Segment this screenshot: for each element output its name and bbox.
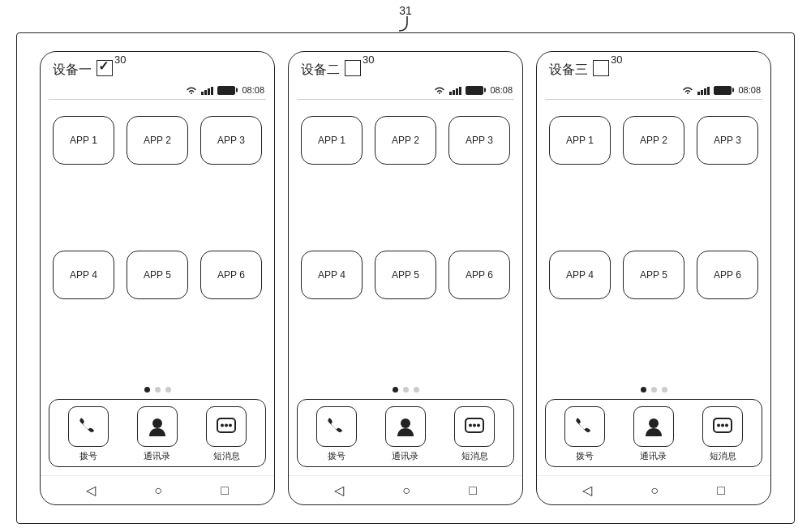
app-icon[interactable]: APP 2 <box>623 116 684 165</box>
device-1-battery <box>217 86 235 95</box>
device-2-time: 08:08 <box>490 85 513 95</box>
device-3-battery <box>714 86 732 95</box>
dock-item-contacts[interactable]: 通讯录 <box>633 406 674 462</box>
app-icon[interactable]: APP 1 <box>549 116 611 165</box>
app-icon[interactable]: APP 2 <box>127 116 188 165</box>
contacts-icon <box>394 415 417 438</box>
dot <box>662 387 667 393</box>
app-icon[interactable]: APP 3 <box>200 116 262 165</box>
phone-3-header: 设备三 30 <box>537 52 770 84</box>
app-icon[interactable]: APP 5 <box>375 251 436 299</box>
app-icon[interactable]: APP 5 <box>623 251 684 299</box>
app-icon[interactable]: APP 4 <box>301 251 363 299</box>
dock-label-message: 短消息 <box>710 450 736 462</box>
app-icon[interactable]: APP 1 <box>53 116 114 165</box>
device-1-dock: 拨号 通讯录 <box>49 399 266 467</box>
nav-back-icon[interactable]: ◁ <box>582 483 592 498</box>
nav-back-icon[interactable]: ◁ <box>86 483 96 498</box>
device-1-signal <box>201 85 213 95</box>
device-1-dots <box>41 380 274 399</box>
device-1-checkbox[interactable] <box>97 60 113 76</box>
message-icon <box>711 415 734 438</box>
device-3-app-grid: APP 1 APP 2 APP 3 APP 4 APP 5 APP 6 <box>537 100 770 380</box>
message-icon-box <box>702 406 743 447</box>
app-icon[interactable]: APP 4 <box>549 251 611 299</box>
nav-recent-icon[interactable]: □ <box>221 483 229 498</box>
device-3-checkbox[interactable] <box>593 60 609 76</box>
app-icon[interactable]: APP 4 <box>53 251 114 299</box>
device-3-status-bar: 08:08 <box>537 84 770 99</box>
phone-device-3: 设备三 30 08:08 <box>536 51 771 505</box>
app-icon[interactable]: APP 3 <box>697 116 758 165</box>
phone-icon <box>573 415 596 438</box>
dock-item-phone[interactable]: 拨号 <box>68 406 109 462</box>
nav-home-icon[interactable]: ○ <box>402 483 410 498</box>
nav-home-icon[interactable]: ○ <box>650 483 659 498</box>
device-1-wifi-icon <box>186 85 197 95</box>
dot <box>651 387 657 393</box>
phone-device-2: 设备二 30 08:08 <box>288 51 523 505</box>
dock-item-phone[interactable]: 拨号 <box>564 406 605 462</box>
svg-point-5 <box>401 418 410 428</box>
svg-point-9 <box>477 424 480 427</box>
ref-arrow <box>395 16 419 34</box>
device-2-checkbox[interactable] <box>345 60 361 76</box>
dot <box>403 387 409 393</box>
app-icon[interactable]: APP 3 <box>448 116 510 165</box>
app-icon[interactable]: APP 5 <box>127 251 188 299</box>
device-2-checkbox-wrapper: 30 <box>345 60 361 79</box>
device-2-ref30: 30 <box>363 54 374 66</box>
dock-item-message[interactable]: 短消息 <box>206 406 247 462</box>
device-3-signal <box>697 85 710 95</box>
message-icon <box>463 415 486 438</box>
dot <box>155 387 161 393</box>
nav-home-icon[interactable]: ○ <box>154 483 162 498</box>
app-icon[interactable]: APP 6 <box>448 251 510 299</box>
phone-2-header: 设备二 30 <box>289 52 522 84</box>
message-icon-box <box>454 406 495 447</box>
svg-point-2 <box>221 424 224 427</box>
message-icon-box <box>206 406 247 447</box>
svg-point-0 <box>152 418 162 428</box>
phone-icon-box <box>68 406 109 447</box>
device-2-wifi-icon <box>434 85 445 95</box>
nav-recent-icon[interactable]: □ <box>717 483 725 498</box>
device-1-app-grid: APP 1 APP 2 APP 3 APP 4 APP 5 APP 6 <box>41 100 274 380</box>
device-2-app-grid: APP 1 APP 2 APP 3 APP 4 APP 5 APP 6 <box>289 100 522 380</box>
dock-item-message[interactable]: 短消息 <box>454 406 495 462</box>
app-icon[interactable]: APP 2 <box>375 116 436 165</box>
device-2-label: 设备二 <box>301 62 340 79</box>
svg-point-4 <box>229 424 232 427</box>
device-3-dots <box>537 380 770 399</box>
app-icon[interactable]: APP 6 <box>200 251 262 299</box>
device-1-time: 08:08 <box>242 85 264 95</box>
phone-icon <box>325 415 348 438</box>
device-1-checkbox-wrapper: 30 <box>97 60 113 79</box>
dot <box>144 387 150 393</box>
dock-label-contacts: 通讯录 <box>640 450 667 462</box>
message-icon <box>215 415 238 438</box>
dock-label-phone: 拨号 <box>576 450 594 462</box>
dock-item-phone[interactable]: 拨号 <box>316 406 357 462</box>
contacts-icon-box <box>633 406 674 447</box>
device-1-label: 设备一 <box>53 62 92 79</box>
device-2-status-bar: 08:08 <box>289 84 522 99</box>
dock-item-message[interactable]: 短消息 <box>702 406 743 462</box>
dock-label-message: 短消息 <box>461 450 488 462</box>
device-1-ref30: 30 <box>114 54 126 66</box>
app-icon[interactable]: APP 1 <box>301 116 363 165</box>
ref-number-31: 31 <box>399 4 412 17</box>
contacts-icon-box <box>137 406 178 447</box>
dock-item-contacts[interactable]: 通讯录 <box>137 406 178 462</box>
device-3-wifi-icon <box>682 85 693 95</box>
dock-label-contacts: 通讯录 <box>144 450 170 462</box>
dock-item-contacts[interactable]: 通讯录 <box>385 406 426 462</box>
dot <box>165 387 171 393</box>
device-2-dock: 拨号 通讯录 <box>297 399 514 467</box>
svg-point-10 <box>649 418 659 428</box>
nav-back-icon[interactable]: ◁ <box>334 483 344 498</box>
dot <box>641 387 646 393</box>
dock-label-message: 短消息 <box>213 450 240 462</box>
app-icon[interactable]: APP 6 <box>697 251 758 299</box>
nav-recent-icon[interactable]: □ <box>469 483 477 498</box>
